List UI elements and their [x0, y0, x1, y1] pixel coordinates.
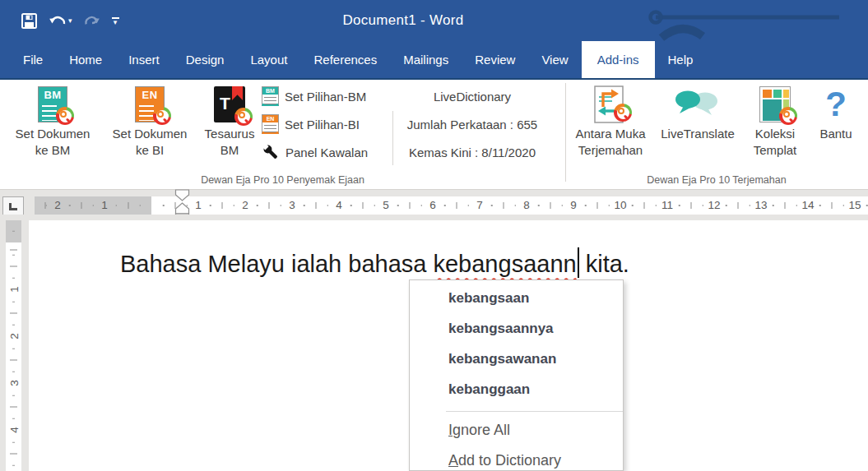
- ruler-number: 4: [332, 196, 346, 215]
- tab-review[interactable]: Review: [462, 41, 528, 78]
- livedictionary-updated: Kemas Kini : 8/11/2020: [395, 145, 550, 159]
- magnifier-icon: [56, 107, 74, 125]
- ribbon-add-ins: BM Set Dokumenke BM EN Set Dokumenke BI: [0, 80, 868, 190]
- undo-dropdown-icon[interactable]: ▾: [68, 16, 72, 25]
- help-question-icon: ?: [825, 86, 847, 122]
- misspelled-word[interactable]: kebangsaann: [433, 251, 576, 277]
- bookmark-icon: [232, 86, 243, 100]
- tab-help[interactable]: Help: [655, 41, 707, 78]
- ruler-number: 2: [239, 196, 252, 215]
- ruler-number: 3: [285, 196, 299, 215]
- window-title: Document1 - Word: [342, 0, 463, 41]
- magnifier-icon: [234, 108, 253, 126]
- ruler-number: 2: [51, 196, 64, 215]
- ruler-number: 9: [567, 196, 580, 215]
- ignore-all-item[interactable]: Ignore All: [410, 415, 623, 446]
- ruler-number: 1: [7, 282, 21, 298]
- set-pilihan-bi-button[interactable]: EN Set Pilihan-BI: [262, 113, 390, 136]
- suggestion-item[interactable]: kebanggaan: [410, 374, 623, 404]
- ruler-number: 8: [520, 196, 533, 215]
- koleksi-templat-button[interactable]: KoleksiTemplat: [741, 83, 809, 159]
- ruler-number: 1: [192, 196, 205, 215]
- vertical-ruler[interactable]: 1 2 3 4: [6, 220, 21, 471]
- tab-layout[interactable]: Layout: [237, 41, 300, 78]
- hanging-indent-marker: [176, 203, 189, 214]
- ruler-number: 15: [848, 196, 861, 215]
- thesaurus-icon: T: [214, 86, 245, 122]
- antara-muka-terjemahan-button[interactable]: Antara MukaTerjemahan: [567, 83, 654, 159]
- text-run: Bahasa Melayu ialah bahasa: [120, 251, 433, 277]
- speech-bubbles-icon: [674, 89, 722, 120]
- tab-home[interactable]: Home: [56, 41, 115, 78]
- suggestion-item[interactable]: kebangsawanan: [410, 344, 623, 374]
- set-pilihan-bm-button[interactable]: BM Set Pilihan-BM: [262, 85, 390, 108]
- small-doc-bm-icon: BM: [262, 86, 279, 106]
- magnifier-icon: [153, 107, 171, 125]
- group-label-penyemak-ejaan: Dewan Eja Pro 10 Penyemak Ejaan: [0, 174, 565, 186]
- group-label-terjemahan: Dewan Eja Pro 10 Terjemahan: [565, 174, 868, 186]
- ruler-number: 11: [661, 196, 674, 215]
- template-collection-icon: [759, 86, 791, 122]
- magnifier-icon: [779, 107, 797, 125]
- save-button[interactable]: [21, 7, 37, 34]
- ribbon-inner-divider: [392, 111, 393, 165]
- ruler-number: 10: [614, 196, 627, 215]
- suggestion-item[interactable]: kebangsaannya: [410, 313, 623, 344]
- quick-access-toolbar: ▾ ▾: [21, 0, 119, 41]
- tab-insert[interactable]: Insert: [115, 41, 173, 78]
- undo-icon: [49, 13, 67, 28]
- text-run: kita.: [579, 251, 629, 277]
- magnifier-icon: [614, 104, 632, 122]
- undo-button[interactable]: ▾: [49, 7, 72, 34]
- small-doc-en-icon: EN: [262, 114, 279, 134]
- tesaurus-bm-button[interactable]: T TesaurusBM: [197, 83, 262, 159]
- ruler-number: 7: [473, 196, 486, 215]
- title-bar: ▾ ▾ Document1 - Word: [0, 0, 868, 41]
- tab-mailings[interactable]: Mailings: [390, 41, 462, 78]
- horizontal-ruler[interactable]: 2 1 1 2 3 4 5 6 7 8 9 10 11 12 13 14 15: [35, 196, 868, 215]
- decorative-slider-graphic: [642, 0, 868, 41]
- livedictionary-word-count: Jumlah Perkataan : 655: [395, 118, 550, 132]
- ribbon-group-penyemak-ejaan: BM Set Dokumenke BM EN Set Dokumenke BI: [0, 80, 565, 189]
- first-line-indent-marker: [176, 190, 189, 201]
- ruler-number: 6: [426, 196, 439, 215]
- panel-kawalan-button[interactable]: Panel Kawalan: [262, 141, 390, 164]
- tab-add-ins[interactable]: Add-ins: [582, 41, 655, 78]
- tab-file[interactable]: File: [10, 41, 56, 78]
- document-bm-icon: BM: [38, 86, 67, 122]
- tab-stop-icon: [9, 203, 17, 210]
- tab-references[interactable]: References: [300, 41, 390, 78]
- spellcheck-context-menu: kebangsaan kebangsaannya kebangsawanan k…: [409, 279, 624, 471]
- tab-view[interactable]: View: [528, 41, 581, 78]
- redo-icon: [84, 13, 100, 29]
- ruler-number: 14: [801, 196, 815, 215]
- ruler-number: 13: [754, 196, 768, 215]
- document-en-icon: EN: [135, 86, 165, 122]
- ruler-ticks: [35, 205, 868, 206]
- tab-design[interactable]: Design: [173, 41, 238, 78]
- set-dokumen-ke-bi-button[interactable]: EN Set Dokumenke BI: [102, 83, 197, 159]
- bantu-button[interactable]: ? Bantu: [810, 83, 861, 142]
- redo-button-disabled[interactable]: [84, 7, 100, 34]
- add-to-dictionary-item[interactable]: Add to Dictionary: [410, 446, 623, 471]
- word-window: ▾ ▾ Document1 - Word File Home In: [0, 0, 868, 471]
- ribbon-group-terjemahan: Antara MukaTerjemahan LiveTranslate: [565, 80, 868, 189]
- ruler-number: 4: [7, 423, 21, 438]
- ruler-number: 2: [7, 329, 21, 344]
- save-icon: [21, 13, 37, 29]
- livetranslate-button[interactable]: LiveTranslate: [657, 83, 738, 142]
- livedictionary-title: LiveDictionary: [395, 90, 550, 104]
- livedictionary-info: LiveDictionary Jumlah Perkataan : 655 Ke…: [395, 80, 550, 159]
- small-buttons-column: BM Set Pilihan-BM EN Set Pilihan-BI: [262, 85, 390, 169]
- set-dokumen-ke-bm-button[interactable]: BM Set Dokumenke BM: [5, 83, 100, 159]
- ruler-number: 3: [7, 376, 21, 391]
- ruler-number: 5: [379, 196, 392, 215]
- ribbon-tab-bar: File Home Insert Design Layout Reference…: [0, 41, 868, 78]
- ruler-number: 12: [708, 196, 721, 215]
- document-text[interactable]: Bahasa Melayu ialah bahasa kebangsaann k…: [120, 247, 629, 278]
- wrench-icon: [262, 143, 280, 162]
- ruler-number: 1: [98, 196, 111, 215]
- customize-quick-access-toolbar-button[interactable]: ▾: [112, 7, 119, 34]
- suggestion-item[interactable]: kebangsaan: [410, 283, 623, 313]
